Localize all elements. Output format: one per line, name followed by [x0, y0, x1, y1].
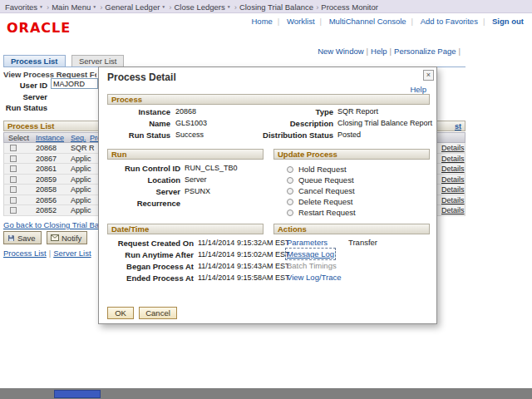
breadcrumb-separator: › — [234, 2, 237, 12]
field-value: GLS1003 — [175, 119, 207, 127]
add-to-favorites-link[interactable]: Add to Favorites — [421, 17, 478, 26]
go-back-link[interactable]: Go back to Closing Trial Bala — [3, 220, 98, 229]
radio-queue-request[interactable] — [287, 177, 293, 184]
details-link[interactable]: Details — [441, 175, 465, 185]
chevron-down-icon: ▼ — [92, 4, 96, 9]
parameters-link[interactable]: Parameters — [287, 238, 328, 247]
field-value: Server — [185, 175, 207, 184]
radio-hold-request[interactable] — [287, 166, 293, 173]
breadcrumb-separator: › — [169, 2, 171, 12]
field-label: Server — [107, 187, 180, 196]
close-button[interactable]: × — [423, 70, 434, 81]
process-detail-modal: Process Detail × Help Process Instance 2… — [98, 66, 437, 324]
cell-process-type: Applic — [71, 196, 91, 205]
multichannel-console-link[interactable]: MultiChannel Console — [329, 17, 406, 26]
separator — [49, 249, 51, 258]
field-value: 11/14/2014 9:15:02AM EST — [198, 250, 289, 259]
cell-process-type: Applic — [71, 165, 91, 174]
footer-server-list-link[interactable]: Server List — [53, 249, 91, 258]
radio-label: Queue Request — [298, 175, 354, 185]
cell-instance: 20859 — [36, 175, 57, 185]
field-label: Instance — [107, 107, 170, 116]
modal-help-link[interactable]: Help — [410, 85, 426, 94]
taskbar-item[interactable] — [54, 390, 101, 398]
worklist-link[interactable]: Worklist — [287, 17, 315, 26]
chevron-down-icon: ▼ — [227, 4, 231, 9]
breadcrumb-item-main-menu[interactable]: Main Menu▼ — [52, 2, 97, 12]
details-link[interactable]: Details — [441, 185, 465, 195]
details-link[interactable]: Details — [441, 144, 465, 153]
cell-process-type: Applic — [71, 185, 91, 195]
details-link[interactable]: Details — [441, 196, 465, 205]
message-log-link[interactable]: Message Log — [287, 249, 334, 259]
tab-process-list[interactable]: Process List — [3, 55, 66, 67]
help-link[interactable]: Help — [371, 47, 387, 56]
new-window-link[interactable]: New Window — [318, 47, 363, 56]
separator — [390, 47, 392, 56]
batch-timings-label: Batch Timings — [287, 261, 337, 270]
field-label: Name — [107, 119, 170, 128]
row-select-checkbox[interactable] — [10, 176, 17, 183]
footer-process-list-link[interactable]: Process List — [3, 249, 47, 258]
breadcrumb-item-process-monitor[interactable]: Process Monitor — [321, 2, 378, 12]
cell-instance: 20852 — [36, 206, 57, 215]
separator — [367, 47, 368, 56]
cell-process-type: Applic — [71, 155, 91, 164]
grid-nav-last-fragment[interactable]: st — [455, 122, 461, 131]
field-value: RUN_CLS_TB0 — [185, 164, 238, 172]
close-icon: × — [426, 71, 431, 79]
col-instance[interactable]: Instance — [36, 134, 64, 143]
cell-process-type: Applic — [71, 175, 91, 185]
cancel-button[interactable]: Cancel — [139, 307, 177, 319]
field-label: Began Process At — [107, 262, 194, 271]
cell-process-type: Applic — [71, 206, 91, 215]
personalize-page-link[interactable]: Personalize Page — [394, 47, 456, 56]
radio-restart-request[interactable] — [287, 209, 293, 216]
field-label: Recurrence — [107, 199, 180, 208]
separator: | — [411, 17, 413, 26]
breadcrumb-item-general-ledger[interactable]: General Ledger▼ — [105, 2, 166, 12]
row-select-checkbox[interactable] — [10, 186, 17, 193]
field-value: PSUNX — [185, 187, 210, 195]
separator — [459, 47, 461, 56]
field-label: Request Created On — [107, 239, 194, 248]
radio-label: Hold Request — [298, 165, 347, 174]
field-label: Run Anytime After — [107, 250, 194, 259]
row-select-checkbox[interactable] — [10, 145, 17, 151]
view-log-trace-link[interactable]: View Log/Trace — [287, 273, 341, 282]
cell-instance: 20858 — [36, 185, 57, 195]
notify-icon — [51, 234, 59, 241]
separator: | — [320, 17, 322, 26]
ok-button[interactable]: OK — [107, 307, 134, 319]
field-label: Ended Process At — [107, 273, 194, 283]
radio-cancel-request[interactable] — [287, 188, 293, 195]
breadcrumb-separator: › — [100, 2, 102, 12]
chevron-down-icon: ▼ — [39, 4, 43, 9]
field-value: Success — [175, 131, 204, 139]
tab-server-list[interactable]: Server List — [71, 55, 124, 67]
col-seq[interactable]: Seq. — [71, 134, 86, 143]
breadcrumb-item-close-ledgers[interactable]: Close Ledgers▼ — [174, 2, 231, 12]
transfer-label: Transfer — [348, 238, 377, 247]
field-value: Posted — [337, 131, 361, 139]
breadcrumb-item-closing-trial-balance[interactable]: Closing Trial Balance — [239, 2, 313, 12]
details-link[interactable]: Details — [441, 165, 465, 174]
sign-out-link[interactable]: Sign out — [492, 17, 524, 26]
radio-delete-request[interactable] — [287, 199, 293, 205]
row-select-checkbox[interactable] — [10, 155, 17, 162]
row-select-checkbox[interactable] — [10, 207, 17, 214]
user-id-field[interactable]: MAJORD — [51, 78, 98, 89]
home-link[interactable]: Home — [251, 17, 272, 26]
row-select-checkbox[interactable] — [10, 197, 17, 204]
process-list-title: Process List — [7, 121, 55, 131]
run-section-header: Run — [107, 149, 264, 160]
details-link[interactable]: Details — [441, 206, 465, 215]
breadcrumb-item-favorites[interactable]: Favorites▼ — [5, 2, 44, 12]
notify-button[interactable]: Notify — [47, 231, 87, 244]
separator: | — [278, 17, 279, 26]
save-icon — [7, 234, 15, 242]
details-link[interactable]: Details — [441, 155, 465, 164]
row-select-checkbox[interactable] — [10, 165, 17, 172]
save-button[interactable]: Save — [3, 231, 42, 244]
server-label: Server — [0, 92, 47, 101]
